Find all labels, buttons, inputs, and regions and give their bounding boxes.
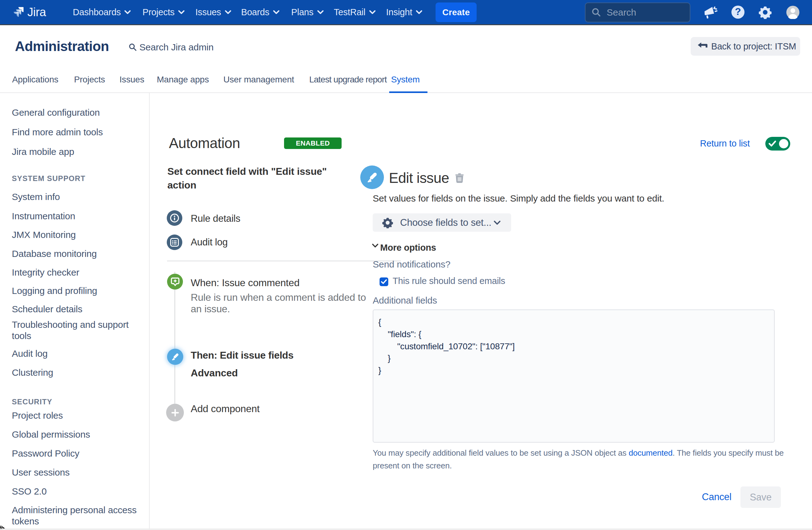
svg-text:?: ? bbox=[735, 6, 741, 17]
